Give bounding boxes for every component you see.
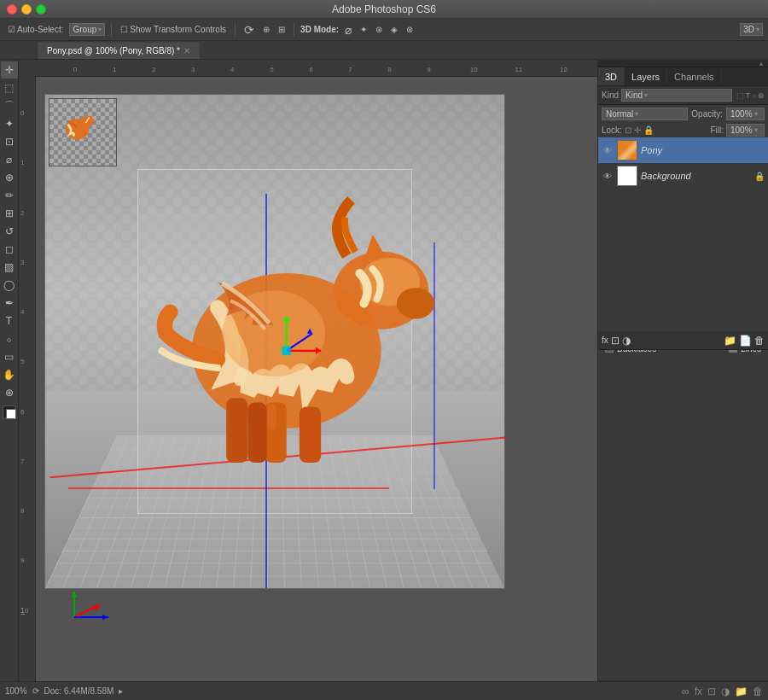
title-bar: Adobe Photoshop CS6 (0, 0, 768, 19)
svg-rect-9 (267, 404, 276, 429)
delete-layer-button[interactable]: 🗑 (754, 335, 765, 347)
blend-mode-dropdown[interactable]: Normal ▾ (602, 108, 688, 120)
brush-tool[interactable]: ✏ (1, 187, 18, 204)
foreground-color[interactable] (3, 405, 16, 419)
3d-mode-btn2[interactable]: ✦ (358, 24, 369, 35)
lock-move-icon[interactable]: ✛ (634, 125, 641, 135)
minimize-button[interactable] (21, 4, 32, 15)
3d-mode-btn5[interactable]: ⊗ (404, 24, 416, 35)
group-dropdown[interactable]: Group ▾ (69, 23, 105, 36)
layer-thumbnail (617, 166, 637, 186)
gradient-tool[interactable]: ▨ (1, 259, 18, 276)
svg-rect-8 (247, 402, 266, 463)
layer-background[interactable]: 👁 Background 🔒 (598, 163, 768, 189)
layers-panel: ▲ 3D Layers Channels Kind Kind ▾ ⬚ T ⬦ ⊕… (597, 60, 768, 350)
tools-panel: ✛ ⬚ ⌒ ✦ ⊡ ⌀ ⊕ ✏ ⊞ ↺ ◻ ▨ ◯ ✒ T ⬦ ▭ ✋ ⊕ (0, 60, 19, 681)
layer-actions-toolbar: fx ⊡ ◑ 📁 📄 🗑 (598, 331, 768, 350)
ruler-corner (19, 60, 36, 77)
status-fx-icon[interactable]: fx (695, 685, 702, 697)
hand-tool[interactable]: ✋ (1, 366, 18, 383)
pony-3d-object (114, 120, 459, 539)
canvas-viewport (36, 77, 597, 681)
status-folder-icon[interactable]: 📁 (735, 685, 748, 697)
canvas-area: 0 1 2 3 4 5 6 7 8 9 10 11 12 0 1 2 3 (19, 60, 597, 681)
crop-tool[interactable]: ⊡ (1, 133, 18, 150)
kind-toolbar: Kind Kind ▾ ⬚ T ⬦ ⊕ (598, 86, 768, 105)
main-toolbar: ☑ Auto-Select: Group ▾ ☐ Show Transform … (0, 19, 768, 41)
lasso-tool[interactable]: ⌒ (1, 97, 18, 114)
shape-filter-icon[interactable]: ⬦ (752, 91, 756, 100)
scene-background (45, 95, 504, 588)
3d-mode-label: 3D Mode: (300, 25, 339, 34)
lock-all-icon[interactable]: 🔒 (643, 125, 654, 135)
axis-indicator (57, 579, 125, 630)
lock-row: Lock: ⊡ ✛ 🔒 Fill: 100% ▾ (598, 122, 768, 137)
status-icon-2[interactable]: ⊡ (707, 685, 716, 697)
layer-visibility-icon[interactable]: 👁 (602, 144, 614, 156)
chevron-down-icon: ▾ (644, 91, 648, 99)
maximize-button[interactable] (36, 4, 46, 15)
3d-dropdown[interactable]: 3D ▾ (740, 23, 763, 36)
eraser-tool[interactable]: ◻ (1, 241, 18, 258)
3d-scene[interactable] (44, 94, 505, 589)
layer-mask-button[interactable]: ⊡ (611, 335, 620, 347)
window-controls[interactable] (7, 4, 46, 15)
3d-mode-btn3[interactable]: ⊛ (373, 24, 385, 35)
zoom-level: 100% (5, 686, 27, 696)
pen-tool[interactable]: ✒ (1, 295, 18, 312)
lock-icon: 🔒 (754, 171, 765, 181)
close-tab-icon[interactable]: ✕ (183, 46, 190, 55)
tab-layers[interactable]: Layers (625, 67, 667, 85)
svg-marker-23 (72, 592, 77, 598)
opacity-input[interactable]: 100% ▾ (726, 108, 765, 120)
smart-filter-icon[interactable]: ⊕ (758, 91, 765, 100)
separator (294, 23, 294, 37)
shape-tool[interactable]: ▭ (1, 348, 18, 365)
3d-mode-btn1[interactable]: ⌀ (342, 22, 354, 38)
3d-pan-icon[interactable]: ⊕ (260, 24, 272, 35)
3d-rotate-icon[interactable]: ⟳ (241, 22, 257, 38)
stamp-tool[interactable]: ⊞ (1, 205, 18, 222)
new-layer-button[interactable]: 📄 (739, 335, 752, 347)
type-filter-icon[interactable]: T (746, 91, 751, 100)
document-tab[interactable]: Pony.psd @ 100% (Pony, RGB/8) * ✕ (38, 42, 200, 59)
magic-wand-tool[interactable]: ✦ (1, 115, 18, 132)
text-tool[interactable]: T (1, 312, 18, 330)
layer-fx-button[interactable]: fx (602, 335, 608, 345)
chevron-down-icon: ▾ (98, 26, 102, 33)
3d-zoom-icon[interactable]: ⊞ (276, 24, 288, 35)
fill-input[interactable]: 100% ▾ (726, 124, 765, 137)
svg-rect-6 (300, 406, 321, 463)
svg-rect-7 (226, 398, 247, 463)
tab-3d[interactable]: 3D (598, 67, 625, 85)
eyedropper-tool[interactable]: ⌀ (1, 151, 18, 168)
zoom-tool[interactable]: ⊕ (1, 384, 18, 401)
status-icon-1[interactable]: ∞ (682, 685, 689, 697)
chevron-down-icon: ▾ (754, 110, 758, 118)
selection-tool[interactable]: ⬚ (1, 79, 18, 96)
kind-dropdown[interactable]: Kind ▾ (621, 89, 731, 102)
layer-adjustment-button[interactable]: ◑ (622, 335, 631, 347)
layer-pony[interactable]: 👁 Pony (598, 137, 768, 163)
path-tool[interactable]: ⬦ (1, 330, 18, 347)
layer-visibility-icon[interactable]: 👁 (602, 170, 614, 182)
history-tool[interactable]: ↺ (1, 223, 18, 240)
pixel-filter-icon[interactable]: ⬚ (736, 91, 744, 100)
svg-point-4 (397, 288, 434, 318)
3d-mode-btn4[interactable]: ◈ (388, 24, 400, 35)
tab-channels[interactable]: Channels (667, 67, 721, 85)
status-icon-3[interactable]: ◑ (721, 685, 730, 697)
move-tool[interactable]: ✛ (1, 61, 18, 79)
new-group-button[interactable]: 📁 (724, 335, 736, 347)
dodge-tool[interactable]: ◯ (1, 277, 18, 294)
app-title: Adobe Photoshop CS6 (332, 3, 436, 15)
heal-tool[interactable]: ⊕ (1, 169, 18, 186)
auto-select-toggle[interactable]: ☑ Auto-Select: (5, 24, 66, 35)
close-button[interactable] (7, 4, 17, 15)
panel-tabs: 3D Layers Channels (598, 67, 768, 86)
status-trash-icon[interactable]: 🗑 (753, 685, 763, 697)
show-transform-toggle[interactable]: ☐ Show Transform Controls (118, 24, 229, 35)
layer-thumbnail (617, 140, 637, 160)
blend-opacity-row: Normal ▾ Opacity: 100% ▾ (598, 105, 768, 122)
lock-pixels-icon[interactable]: ⊡ (625, 125, 631, 135)
